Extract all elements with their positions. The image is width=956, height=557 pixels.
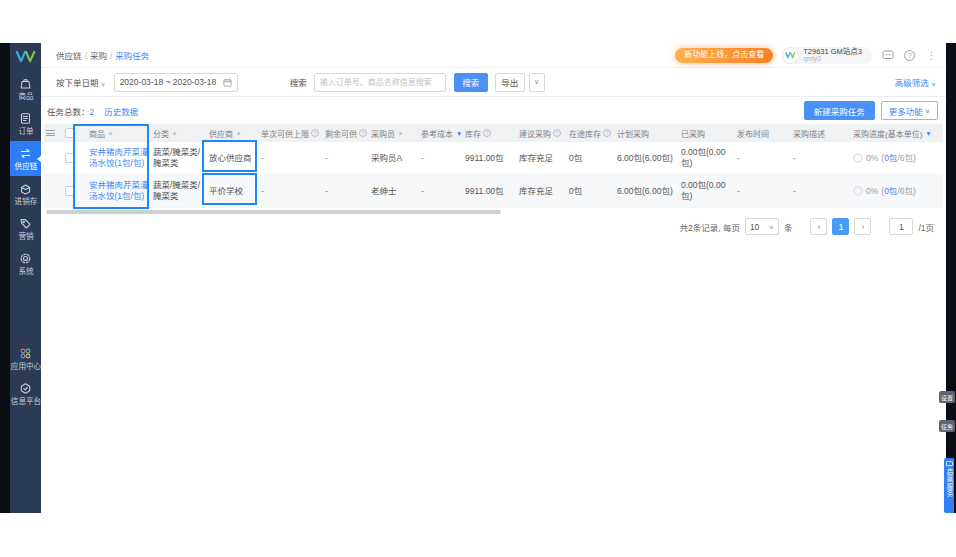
sidebar-item-info-platform[interactable]: 信息平台 [10, 376, 41, 411]
user-account-chip[interactable]: T29631 GM站点3 qmty3 [782, 47, 872, 64]
cell-desc: - [791, 175, 851, 207]
column-header-max_supply: 单次可供上限? [259, 124, 323, 142]
sidebar-item-inventory[interactable]: 进销存 [10, 176, 41, 211]
breadcrumb-purchase[interactable]: 采购 [90, 51, 107, 61]
cell-desc: - [791, 142, 851, 174]
supply-chain-icon [19, 147, 32, 160]
create-purchase-task-button[interactable]: 新建采购任务 [804, 101, 875, 120]
column-label: 库存 [465, 128, 481, 139]
sidebar-item-label: 应用中心 [10, 362, 40, 371]
cell-supplier: 平价学校 [207, 175, 259, 207]
sidebar-item-app-center[interactable]: 应用中心 [10, 341, 41, 376]
pagination: 共2条记录, 每页 10∨ 条 ‹ 1 › /1页 [679, 218, 934, 235]
info-icon[interactable]: ? [311, 129, 319, 137]
progress-percent: 0% [866, 186, 878, 197]
row-checkbox[interactable] [65, 186, 75, 196]
date-range-picker[interactable]: 2020-03-18 ~ 2020-03-18 [114, 73, 238, 92]
sidebar-item-label: 订单 [18, 127, 33, 136]
column-header-progress[interactable]: 采购进度(基本单位)▼ [851, 124, 943, 142]
sidebar-item-label: 系统 [18, 267, 33, 276]
column-label: 参考成本 [421, 128, 453, 139]
row-checkbox[interactable] [65, 153, 75, 163]
help-icon[interactable]: ? [903, 49, 916, 62]
info-icon[interactable]: ? [483, 129, 491, 137]
info-icon[interactable]: ? [359, 129, 367, 137]
cell-buyer: 采购员A [369, 142, 419, 174]
pagination-total-text: 共2条记录, 每页 [679, 221, 739, 233]
date-type-dropdown[interactable]: 按下单日期∨ [56, 76, 106, 88]
column-header-ref_cost[interactable]: 参考成本▼ [419, 124, 463, 142]
table-row: 安井猪肉芹菜灌汤水饺(1包/包)蔬菜/腌菜类/腌菜类平价学校--老绅士-9911… [44, 175, 943, 208]
search-button[interactable]: 搜索 [454, 73, 488, 92]
next-page-button[interactable]: › [854, 218, 871, 235]
cell-category: 蔬菜/腌菜类/腌菜类 [151, 142, 207, 174]
info-icon[interactable]: ? [603, 129, 611, 137]
column-label: 建议采购 [519, 128, 551, 139]
filter-icon[interactable]: ▼ [456, 130, 462, 137]
prev-page-button[interactable]: ‹ [810, 218, 827, 235]
column-header-in_transit: 在途库存? [567, 124, 615, 142]
column-header-supplier[interactable]: 供应商▲▼ [207, 124, 259, 142]
tasks-float-button[interactable]: 任务 [939, 420, 955, 432]
app-window: 商品订单供应链进销存营销系统 应用中心信息平台 供应链/采购/采购任务 新功能上… [0, 0, 956, 557]
settings-float-button[interactable]: 设置 [939, 391, 955, 403]
column-label: 在途库存 [569, 128, 601, 139]
sidebar-item-marketing[interactable]: 营销 [10, 211, 41, 246]
breadcrumb: 供应链/采购/采购任务 [56, 49, 149, 61]
column-header-publish_time: 发布时间 [735, 124, 791, 142]
column-label: 计划采购 [617, 128, 649, 139]
info-icon[interactable]: ? [553, 129, 561, 137]
cell-progress: 0%(0包/6包) [851, 175, 943, 207]
search-input[interactable] [314, 73, 446, 92]
horizontal-scrollbar[interactable] [46, 210, 501, 214]
sidebar-item-goods[interactable]: 商品 [10, 71, 41, 106]
expand-rows-icon[interactable] [46, 130, 55, 136]
message-icon[interactable] [881, 49, 894, 62]
export-dropdown-button[interactable]: ∨ [529, 73, 545, 92]
cell-publish_time: - [735, 175, 791, 207]
column-header-category[interactable]: 分类▲▼ [151, 124, 207, 142]
more-functions-button[interactable]: 更多功能∨ [881, 101, 938, 120]
cell-product: 安井猪肉芹菜灌汤水饺(1包/包) [87, 142, 151, 174]
calendar-icon [223, 78, 232, 87]
info-platform-icon [19, 382, 32, 395]
pagination-unit: 条 [784, 221, 793, 233]
column-header-check[interactable] [63, 124, 87, 142]
column-header-product[interactable]: 商品▲▼ [87, 124, 151, 142]
column-header-purchased: 已采购 [679, 124, 735, 142]
sidebar-item-system[interactable]: 系统 [10, 246, 41, 281]
product-link[interactable]: 安井猪肉芹菜灌汤水饺(1包/包) [89, 147, 149, 168]
page-jump-input[interactable] [889, 218, 913, 235]
page-size-select[interactable]: 10∨ [745, 218, 779, 235]
breadcrumb-supply-chain[interactable]: 供应链 [56, 51, 82, 61]
new-feature-notice-button[interactable]: 新功能上线，点击查看 [675, 48, 773, 63]
sidebar-item-supply-chain[interactable]: 供应链 [10, 141, 41, 176]
select-all-checkbox[interactable] [65, 128, 75, 138]
progress-circle [853, 153, 863, 163]
more-menu-icon[interactable]: ⋮ [925, 49, 938, 62]
filter-icon[interactable]: ▼ [925, 130, 931, 137]
cell-buyer: 老绅士 [369, 175, 419, 207]
goods-icon [19, 77, 32, 90]
service-side-tab[interactable]: 启赢服务 [944, 458, 954, 513]
table-body: 安井猪肉芹菜灌汤水饺(1包/包)蔬菜/腌菜类/腌菜类放心供应商--采购员A-99… [44, 142, 943, 208]
product-link[interactable]: 安井猪肉芹菜灌汤水饺(1包/包) [89, 180, 149, 201]
column-header-buyer[interactable]: 采购员▲▼ [369, 124, 419, 142]
sidebar-item-orders[interactable]: 订单 [10, 106, 41, 141]
breadcrumb-purchase-task[interactable]: 采购任务 [115, 51, 149, 61]
column-label: 已采购 [681, 128, 705, 139]
chevron-down-icon: ∨ [925, 107, 930, 113]
marketing-icon [19, 217, 32, 230]
column-header-menu[interactable] [44, 124, 63, 142]
sidebar-item-label: 供应链 [14, 162, 37, 171]
column-header-desc: 采购描述 [791, 124, 851, 142]
page-1-button[interactable]: 1 [832, 218, 849, 235]
advanced-filter-link[interactable]: 高级筛选∨ [895, 76, 936, 88]
cell-planned: 6.00包(6.00包) [615, 175, 679, 207]
sidebar-item-label: 营销 [18, 232, 33, 241]
export-button[interactable]: 导出 [495, 73, 525, 92]
history-data-link[interactable]: 历史数据 [104, 105, 138, 117]
purchase-task-table: 商品▲▼分类▲▼供应商▲▼单次可供上限?剩余可供?采购员▲▼参考成本▼库存?建议… [44, 124, 943, 214]
column-label: 采购描述 [793, 128, 825, 139]
column-header-planned: 计划采购 [615, 124, 679, 142]
